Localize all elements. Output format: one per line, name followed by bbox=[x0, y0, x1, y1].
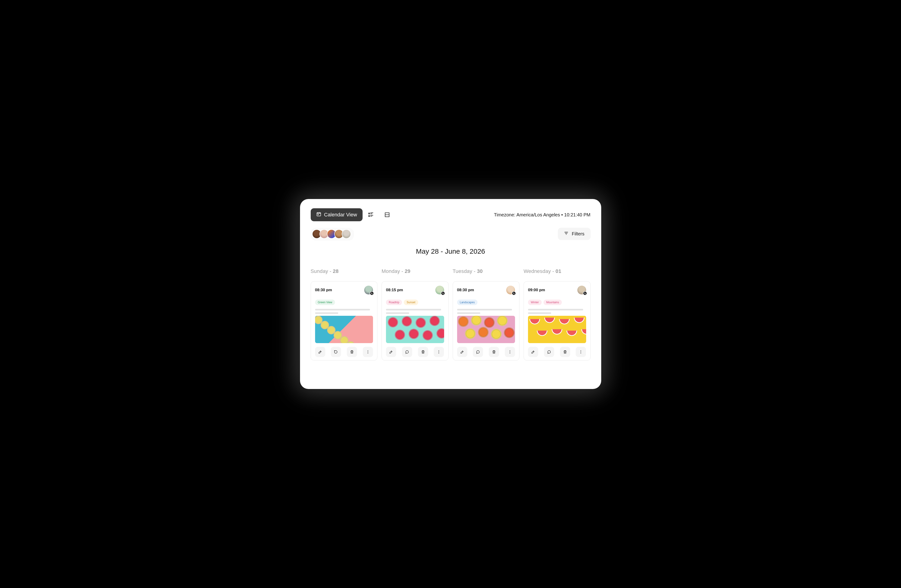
day-columns: Sunday - 28 08:30 pm 𝕏 Green View bbox=[311, 268, 591, 360]
day-header: Wednesday - 01 bbox=[524, 268, 591, 274]
weekday-label: Monday bbox=[382, 268, 400, 274]
svg-point-6 bbox=[368, 352, 368, 352]
svg-point-10 bbox=[438, 352, 439, 352]
post-card[interactable]: 08:30 pm 𝕏 Landscapes bbox=[453, 281, 520, 360]
comment-button[interactable] bbox=[473, 347, 483, 357]
x-platform-icon: 𝕏 bbox=[441, 291, 445, 295]
day-column: Tuesday - 30 08:30 pm 𝕏 Landscapes bbox=[453, 268, 520, 360]
caption-placeholder bbox=[386, 309, 444, 314]
delete-button[interactable] bbox=[418, 347, 428, 357]
weekday-label: Sunday bbox=[311, 268, 328, 274]
comment-button[interactable] bbox=[402, 347, 412, 357]
card-actions bbox=[528, 347, 586, 357]
svg-point-18 bbox=[581, 352, 581, 352]
edit-button[interactable] bbox=[386, 347, 396, 357]
delete-button[interactable] bbox=[489, 347, 499, 357]
x-platform-icon: 𝕏 bbox=[583, 291, 587, 295]
timezone-value: America/Los Angeles bbox=[516, 212, 560, 217]
post-thumbnail bbox=[315, 316, 373, 343]
more-button[interactable] bbox=[434, 347, 444, 357]
edit-button[interactable] bbox=[528, 347, 538, 357]
card-actions bbox=[457, 347, 515, 357]
svg-point-5 bbox=[368, 350, 368, 351]
view-switcher: Calendar View bbox=[311, 208, 391, 221]
tag[interactable]: Sunset bbox=[404, 299, 418, 305]
delete-button[interactable] bbox=[347, 347, 357, 357]
more-button[interactable] bbox=[363, 347, 373, 357]
app-frame: Calendar View Timezone: America/Los Ange… bbox=[300, 199, 601, 389]
card-actions bbox=[386, 347, 444, 357]
date-range-title: May 28 - June 8, 2026 bbox=[311, 248, 591, 255]
post-thumbnail bbox=[457, 316, 515, 343]
svg-point-17 bbox=[581, 350, 581, 351]
svg-rect-0 bbox=[317, 213, 321, 216]
svg-rect-1 bbox=[318, 214, 318, 215]
calendar-icon bbox=[316, 212, 321, 218]
list-view-button[interactable] bbox=[367, 211, 375, 218]
more-button[interactable] bbox=[576, 347, 586, 357]
svg-rect-3 bbox=[369, 215, 369, 217]
svg-point-11 bbox=[438, 353, 439, 354]
svg-rect-2 bbox=[369, 213, 369, 214]
post-card[interactable]: 09:00 pm 𝕏 Winter Mountains bbox=[524, 281, 591, 360]
post-tags: Landscapes bbox=[457, 299, 515, 305]
avatar[interactable] bbox=[342, 229, 351, 239]
post-tags: Winter Mountains bbox=[528, 299, 586, 305]
clock-value: 10:21:40 PM bbox=[564, 212, 590, 217]
svg-point-7 bbox=[368, 353, 368, 354]
post-thumbnail bbox=[386, 316, 444, 343]
tag[interactable]: Green View bbox=[315, 299, 335, 305]
tag[interactable]: Winter bbox=[528, 299, 542, 305]
comment-button[interactable] bbox=[331, 347, 341, 357]
timezone-label: Timezone: bbox=[494, 212, 516, 217]
post-author[interactable]: 𝕏 bbox=[435, 285, 444, 295]
calendar-view-label: Calendar View bbox=[324, 212, 357, 218]
post-author[interactable]: 𝕏 bbox=[577, 285, 586, 295]
timezone-clock: Timezone: America/Los Angeles • 10:21:40… bbox=[494, 212, 591, 218]
filters-button[interactable]: Filters bbox=[558, 228, 590, 240]
delete-button[interactable] bbox=[560, 347, 570, 357]
calendar-view-tab[interactable]: Calendar View bbox=[311, 208, 363, 221]
post-time: 08:30 pm bbox=[315, 288, 332, 292]
post-tags: Green View bbox=[315, 299, 373, 305]
svg-point-19 bbox=[581, 353, 581, 354]
day-number: 30 bbox=[477, 268, 483, 274]
day-number: 29 bbox=[405, 268, 410, 274]
post-time: 08:15 pm bbox=[386, 288, 403, 292]
post-author[interactable]: 𝕏 bbox=[506, 285, 515, 295]
post-author[interactable]: 𝕏 bbox=[364, 285, 373, 295]
day-header: Tuesday - 30 bbox=[453, 268, 520, 274]
team-avatars[interactable] bbox=[311, 228, 354, 240]
day-header: Sunday - 28 bbox=[311, 268, 378, 274]
day-column: Monday - 29 08:15 pm 𝕏 Roadtrip Sunset bbox=[382, 268, 449, 360]
edit-button[interactable] bbox=[315, 347, 325, 357]
post-time: 09:00 pm bbox=[528, 288, 545, 292]
post-card[interactable]: 08:30 pm 𝕏 Green View bbox=[311, 281, 378, 360]
x-platform-icon: 𝕏 bbox=[512, 291, 516, 295]
tag[interactable]: Roadtrip bbox=[386, 299, 402, 305]
tag[interactable]: Landscapes bbox=[457, 299, 478, 305]
post-tags: Roadtrip Sunset bbox=[386, 299, 444, 305]
topbar: Calendar View Timezone: America/Los Ange… bbox=[311, 208, 591, 221]
post-thumbnail bbox=[528, 316, 586, 343]
svg-point-15 bbox=[510, 353, 510, 354]
weekday-label: Tuesday bbox=[453, 268, 472, 274]
edit-button[interactable] bbox=[457, 347, 467, 357]
day-header: Monday - 29 bbox=[382, 268, 449, 274]
svg-point-13 bbox=[510, 350, 510, 351]
post-time: 08:30 pm bbox=[457, 288, 474, 292]
comment-button[interactable] bbox=[544, 347, 554, 357]
svg-point-9 bbox=[438, 350, 439, 351]
filter-icon bbox=[564, 231, 569, 237]
tag[interactable]: Mountains bbox=[544, 299, 562, 305]
card-actions bbox=[315, 347, 373, 357]
filters-label: Filters bbox=[572, 231, 584, 237]
split-view-button[interactable] bbox=[383, 211, 391, 218]
x-platform-icon: 𝕏 bbox=[370, 291, 374, 295]
caption-placeholder bbox=[528, 309, 586, 314]
caption-placeholder bbox=[315, 309, 373, 314]
more-button[interactable] bbox=[505, 347, 515, 357]
svg-point-14 bbox=[510, 352, 510, 352]
post-card[interactable]: 08:15 pm 𝕏 Roadtrip Sunset bbox=[382, 281, 449, 360]
day-number: 01 bbox=[556, 268, 561, 274]
